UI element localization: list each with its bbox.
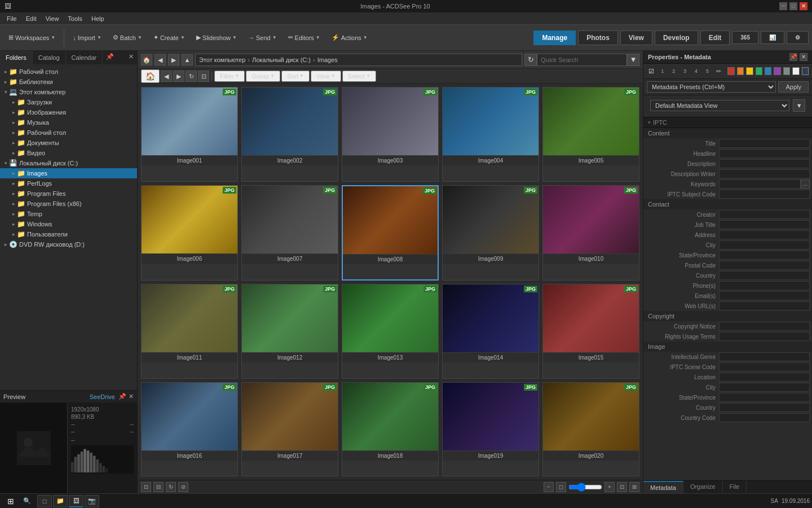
filter-home-btn[interactable]: 🏠 (141, 69, 160, 83)
nav-up-btn[interactable]: ▲ (182, 54, 193, 65)
filter-btn[interactable]: Filter ▼ (214, 71, 245, 82)
view-btn[interactable]: View ▼ (311, 71, 341, 82)
pin-btn[interactable]: 📌 (103, 51, 117, 64)
color-yellow-btn[interactable] (746, 67, 753, 75)
tab-metadata[interactable]: Metadata (643, 481, 683, 493)
send-btn[interactable]: → Send ▼ (243, 32, 282, 44)
image-cell-4[interactable]: JPGImage004 (442, 87, 539, 182)
meta-input-4[interactable] (719, 251, 810, 260)
tree-item-5[interactable]: ▸📁Музыка (0, 117, 137, 128)
nav-back-btn[interactable]: ◀ (155, 54, 166, 65)
color-purple-btn[interactable] (774, 67, 780, 75)
image-cell-17[interactable]: JPGImage017 (241, 382, 338, 477)
color-gray-btn[interactable] (783, 67, 790, 75)
tab-catalog[interactable]: Catalog (33, 51, 66, 64)
close-btn[interactable]: ✕ (800, 2, 807, 10)
workspaces-btn[interactable]: ⊞ Workspaces ▼ (3, 31, 60, 44)
apply-btn[interactable]: Apply (778, 81, 809, 93)
zoom-slider[interactable] (568, 483, 602, 492)
tree-item-0[interactable]: ▸📁Рабочий стол (0, 67, 137, 77)
taskbar-camera-btn[interactable]: 📷 (85, 495, 99, 507)
search-dropdown-btn[interactable]: ▼ (627, 54, 639, 66)
meta-input-dots-btn[interactable]: ... (801, 179, 810, 189)
rpanel-pin-btn[interactable]: 📌 (789, 53, 797, 61)
tree-item-9[interactable]: ▾💾Локальный диск (C:) (0, 158, 137, 168)
image-cell-5[interactable]: JPGImage005 (542, 87, 639, 182)
meta-num5-btn[interactable]: 5 (703, 66, 712, 76)
pin-preview-btn[interactable]: 📌 (118, 393, 126, 400)
color-black-btn[interactable] (802, 67, 809, 75)
tab-calendar[interactable]: Calendar (66, 51, 103, 64)
tab-folders[interactable]: Folders (0, 51, 33, 64)
menu-edit[interactable]: Edit (21, 14, 41, 23)
taskbar-acdsee-btn[interactable]: 🖼 (69, 495, 83, 507)
meta-check-btn[interactable]: ☑ (647, 66, 656, 76)
image-cell-10[interactable]: JPGImage010 (542, 185, 639, 281)
taskbar-task-view-btn[interactable]: □ (37, 495, 52, 507)
nav-next-btn[interactable]: ▶ (173, 71, 184, 82)
zoom-out-btn[interactable]: − (544, 482, 554, 492)
menu-tools[interactable]: Tools (63, 14, 87, 23)
meta-input-2[interactable] (719, 230, 810, 239)
mode-manage-btn[interactable]: Manage (533, 30, 576, 45)
tree-item-13[interactable]: ▸📁Program Files (x86) (0, 199, 137, 209)
import-btn[interactable]: ↓ Import ▼ (68, 32, 107, 44)
search-input[interactable] (537, 54, 627, 66)
color-green-btn[interactable] (756, 67, 762, 75)
grid-tool-copy-btn[interactable]: ⊡ (141, 482, 151, 492)
mode-view-btn[interactable]: View (620, 30, 652, 45)
meta-num1-btn[interactable]: 1 (658, 66, 667, 76)
path-refresh-btn[interactable]: ↻ (524, 54, 537, 66)
image-cell-1[interactable]: JPGImage001 (141, 87, 238, 182)
image-cell-3[interactable]: JPGImage003 (342, 87, 439, 182)
image-cell-13[interactable]: JPGImage013 (342, 284, 439, 379)
maximize-btn[interactable]: □ (789, 2, 797, 10)
zoom-in-btn[interactable]: + (604, 482, 615, 492)
image-cell-2[interactable]: JPGImage002 (241, 87, 338, 182)
image-cell-9[interactable]: JPGImage009 (442, 185, 539, 281)
meta-input-4[interactable] (719, 393, 810, 402)
grid-tool-paste-btn[interactable]: ⊟ (153, 482, 164, 492)
menu-file[interactable]: File (2, 14, 21, 23)
close-preview-btn[interactable]: ✕ (129, 393, 134, 400)
color-white-btn[interactable] (792, 67, 799, 75)
meta-input-2[interactable] (719, 373, 810, 382)
nav-refresh-btn[interactable]: ↻ (186, 71, 197, 82)
meta-input-9[interactable] (719, 301, 810, 310)
meta-input-1[interactable] (719, 332, 810, 341)
image-cell-12[interactable]: JPGImage012 (241, 284, 338, 379)
meta-section-header-iptc[interactable]: ▾ IPTC (643, 117, 812, 128)
view-multi-btn[interactable]: ⊞ (629, 482, 639, 492)
meta-num3-btn[interactable]: 3 (681, 66, 690, 76)
mode-edit-btn[interactable]: Edit (700, 30, 730, 45)
tree-item-11[interactable]: ▸📁PerfLogs (0, 178, 137, 189)
view-single-btn[interactable]: ⊡ (617, 482, 627, 492)
meta-preset-select[interactable]: Metadata Presets (Ctrl+M) (647, 81, 776, 93)
tree-item-6[interactable]: ▸📁Рабочий стол (0, 128, 137, 138)
meta-input-1[interactable] (719, 220, 810, 229)
minimize-btn[interactable]: ─ (779, 2, 787, 10)
meta-input-1[interactable] (719, 149, 810, 158)
meta-input-7[interactable] (719, 281, 810, 290)
rpanel-close-btn[interactable]: ✕ (800, 53, 807, 61)
select-btn[interactable]: Select ▼ (342, 71, 377, 82)
tree-item-12[interactable]: ▸📁Program Files (0, 189, 137, 199)
taskbar-search-btn[interactable]: 🔍 (19, 495, 35, 507)
color-red-btn[interactable] (727, 67, 734, 75)
mode-develop-btn[interactable]: Develop (655, 30, 698, 45)
image-cell-16[interactable]: JPGImage016 (141, 382, 238, 477)
taskbar-start-btn[interactable]: ⊞ (2, 495, 19, 507)
meta-input-5[interactable] (719, 403, 810, 412)
tree-item-1[interactable]: ▸📁Библиотеки (0, 77, 137, 87)
image-cell-7[interactable]: JPGImage007 (241, 185, 338, 281)
image-cell-18[interactable]: JPGImage018 (342, 382, 439, 477)
tree-item-8[interactable]: ▸📁Видео (0, 148, 137, 158)
meta-view-select[interactable]: Default Metadata View (650, 100, 789, 111)
menu-view[interactable]: View (41, 14, 64, 23)
tree-item-14[interactable]: ▸📁Temp (0, 209, 137, 219)
group-btn[interactable]: Group ▼ (246, 71, 280, 82)
mode-settings-btn[interactable]: ⚙ (787, 31, 809, 44)
image-cell-19[interactable]: JPGImage019 (442, 382, 539, 477)
meta-input-5[interactable] (719, 190, 810, 199)
nav-home-btn[interactable]: 🏠 (141, 54, 152, 65)
